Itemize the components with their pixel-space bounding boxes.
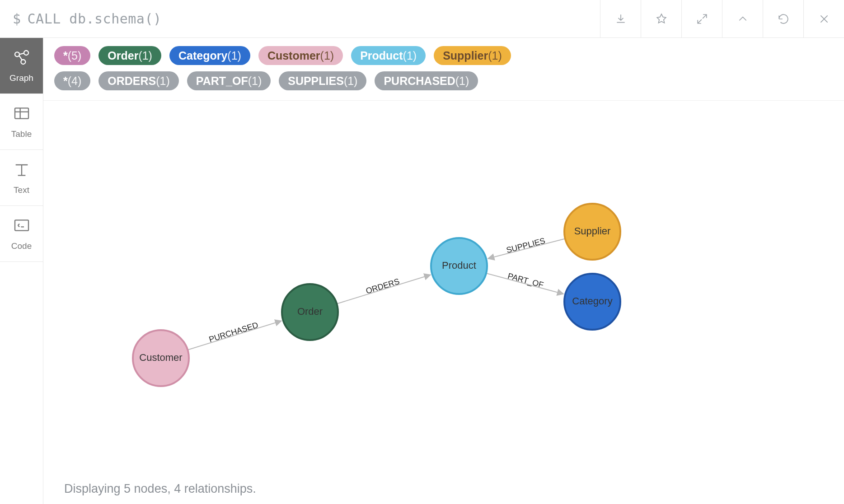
pill-count: (1)	[320, 49, 334, 62]
status-line: Displaying 5 nodes, 4 relationships.	[64, 482, 256, 496]
edge-label: SUPPLIES	[506, 236, 546, 255]
graph-icon	[13, 48, 31, 69]
svg-point-2	[21, 60, 25, 64]
node-pill-supplier[interactable]: Supplier(1)	[434, 46, 511, 65]
collapse-button[interactable]	[722, 0, 763, 37]
chevron-up-icon	[737, 13, 749, 25]
query-prompt: $	[13, 11, 21, 27]
node-customer[interactable]: Customer	[133, 330, 189, 386]
node-pill-order[interactable]: Order(1)	[98, 46, 161, 65]
pill-name: Order	[108, 49, 138, 62]
edge-part_of[interactable]: PART_OF	[486, 271, 563, 294]
table-icon	[13, 104, 31, 125]
graph-view[interactable]: Graph	[0, 38, 43, 94]
sidebar-item-label: Code	[11, 241, 32, 251]
refresh-button[interactable]	[763, 0, 803, 37]
node-product[interactable]: Product	[431, 238, 487, 294]
rel-pill-part_of[interactable]: PART_OF(1)	[187, 71, 271, 90]
pill-count: (4)	[68, 74, 82, 88]
text-view[interactable]: Text	[0, 150, 43, 206]
edge-supplies[interactable]: SUPPLIES	[488, 236, 565, 259]
pin-icon	[656, 13, 667, 25]
code-icon	[13, 216, 31, 237]
pill-count: (1)	[248, 74, 262, 88]
pill-name: Customer	[267, 49, 320, 62]
pill-count: (1)	[156, 74, 170, 88]
refresh-icon	[778, 13, 789, 25]
pill-name: PART_OF	[196, 74, 248, 88]
node-supplier[interactable]: Supplier	[564, 204, 620, 260]
legend-area: *(5)Order(1)Category(1)Customer(1)Produc…	[43, 38, 844, 101]
table-view[interactable]: Table	[0, 94, 43, 150]
edge-label: PURCHASED	[208, 320, 259, 344]
download-icon	[615, 13, 627, 25]
pin-button[interactable]	[641, 0, 681, 37]
node-category[interactable]: Category	[564, 274, 620, 330]
pill-count: (1)	[455, 74, 469, 88]
close-button[interactable]	[803, 0, 844, 37]
pill-name: ORDERS	[108, 74, 156, 88]
pill-count: (1)	[403, 49, 417, 62]
pill-count: (1)	[488, 49, 502, 62]
pill-name: Category	[178, 49, 227, 62]
sidebar-item-label: Table	[11, 129, 32, 139]
svg-point-9	[133, 330, 189, 386]
svg-point-1	[24, 51, 28, 55]
sidebar-item-label: Text	[14, 185, 29, 195]
download-button[interactable]	[600, 0, 641, 37]
node-label-row: *(5)Order(1)Category(1)Customer(1)Produc…	[54, 46, 833, 65]
pill-name: Supplier	[443, 49, 488, 62]
query-command: CALL db.schema()	[28, 11, 162, 27]
query-text[interactable]: $ CALL db.schema()	[0, 11, 600, 27]
pill-count: (1)	[344, 74, 358, 88]
node-order[interactable]: Order	[282, 284, 338, 340]
pill-name: PURCHASED	[384, 74, 455, 88]
pill-name: *	[63, 49, 68, 62]
pill-name: Product	[360, 49, 403, 62]
code-view[interactable]: Code	[0, 206, 43, 262]
rel-pill-orders[interactable]: ORDERS(1)	[98, 71, 179, 90]
svg-point-13	[564, 274, 620, 330]
pill-count: (1)	[227, 49, 241, 62]
svg-point-11	[431, 238, 487, 294]
pill-count: (1)	[138, 49, 152, 62]
expand-button[interactable]	[681, 0, 722, 37]
graph-svg: PURCHASEDORDERSSUPPLIESPART_OF CustomerO…	[43, 101, 844, 504]
node-pill-product[interactable]: Product(1)	[351, 46, 426, 65]
graph-canvas[interactable]: PURCHASEDORDERSSUPPLIESPART_OF CustomerO…	[43, 101, 844, 504]
rel-pill-purchased[interactable]: PURCHASED(1)	[375, 71, 478, 90]
node-pill-customer[interactable]: Customer(1)	[258, 46, 343, 65]
close-icon	[818, 13, 830, 25]
sidebar-item-label: Graph	[9, 73, 33, 83]
text-icon	[13, 160, 31, 181]
pill-name: *	[63, 74, 68, 88]
expand-icon	[696, 13, 708, 25]
svg-point-12	[564, 204, 620, 260]
rel-pill-all[interactable]: *(4)	[54, 71, 90, 90]
result-panel: *(5)Order(1)Category(1)Customer(1)Produc…	[43, 38, 844, 504]
edge-orders[interactable]: ORDERS	[337, 275, 431, 303]
svg-rect-3	[15, 108, 28, 118]
pill-count: (5)	[68, 49, 82, 62]
rel-pill-supplies[interactable]: SUPPLIES(1)	[279, 71, 366, 90]
view-sidebar: GraphTableTextCode	[0, 38, 43, 504]
svg-rect-4	[15, 220, 28, 230]
query-bar: $ CALL db.schema()	[0, 0, 844, 38]
edge-purchased[interactable]: PURCHASED	[188, 320, 281, 350]
pill-name: SUPPLIES	[288, 74, 344, 88]
node-pill-category[interactable]: Category(1)	[169, 46, 250, 65]
node-pill-all[interactable]: *(5)	[54, 46, 90, 65]
edge-label: ORDERS	[365, 277, 400, 296]
edge-label: PART_OF	[506, 271, 544, 290]
relationship-type-row: *(4)ORDERS(1)PART_OF(1)SUPPLIES(1)PURCHA…	[54, 71, 833, 90]
svg-point-10	[282, 284, 338, 340]
toolbar	[600, 0, 844, 37]
